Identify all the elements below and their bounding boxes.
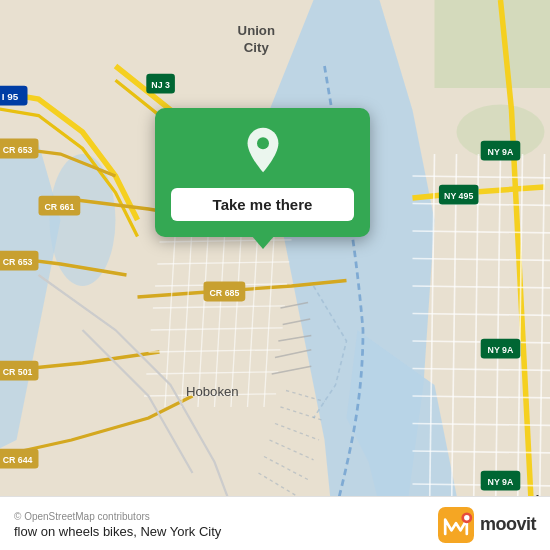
svg-text:CR 653: CR 653 bbox=[3, 257, 33, 267]
moovit-icon bbox=[438, 507, 474, 543]
map-container: I 95 NJ 3 CR 653 CR 661 CR 685 CR 653 CR… bbox=[0, 0, 550, 550]
svg-text:CR 685: CR 685 bbox=[209, 288, 239, 298]
svg-text:NY 495: NY 495 bbox=[444, 191, 473, 201]
svg-rect-5 bbox=[435, 0, 551, 88]
svg-text:NJ 3: NJ 3 bbox=[151, 80, 170, 90]
take-me-there-button[interactable]: Take me there bbox=[171, 188, 354, 221]
svg-text:CR 661: CR 661 bbox=[44, 202, 74, 212]
map-background: I 95 NJ 3 CR 653 CR 661 CR 685 CR 653 CR… bbox=[0, 0, 550, 550]
bottom-bar: © OpenStreetMap contributors flow on whe… bbox=[0, 496, 550, 550]
moovit-label: moovit bbox=[480, 514, 536, 535]
location-title: flow on wheels bikes, New York City bbox=[14, 524, 221, 539]
svg-text:City: City bbox=[244, 40, 270, 55]
attribution-text: © OpenStreetMap contributors bbox=[14, 511, 221, 522]
svg-text:NY 9A: NY 9A bbox=[488, 147, 514, 157]
svg-point-84 bbox=[464, 515, 469, 520]
svg-text:CR 653: CR 653 bbox=[3, 145, 33, 155]
bottom-bar-info: © OpenStreetMap contributors flow on whe… bbox=[14, 511, 221, 539]
svg-text:CR 501: CR 501 bbox=[3, 367, 33, 377]
svg-text:I 95: I 95 bbox=[2, 91, 19, 102]
svg-text:CR 644: CR 644 bbox=[3, 455, 33, 465]
svg-text:Union: Union bbox=[238, 23, 275, 38]
location-pin-icon bbox=[239, 126, 287, 174]
svg-text:Hoboken: Hoboken bbox=[186, 384, 239, 399]
svg-point-81 bbox=[257, 137, 269, 149]
svg-text:NY 9A: NY 9A bbox=[488, 345, 514, 355]
svg-text:NY 9A: NY 9A bbox=[488, 477, 514, 487]
moovit-logo: moovit bbox=[438, 507, 536, 543]
location-popup: Take me there bbox=[155, 108, 370, 237]
